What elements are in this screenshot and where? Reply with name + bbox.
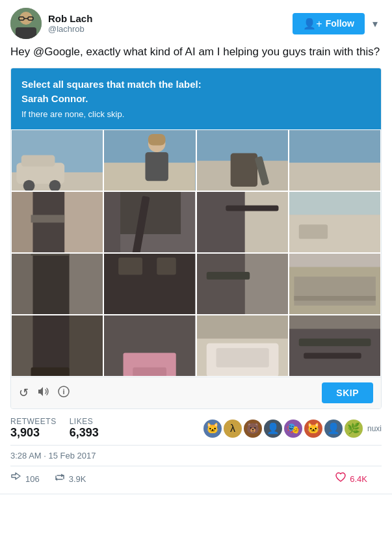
likes-stat: LIKES 6,393 [70, 417, 99, 440]
svg-rect-63 [12, 315, 33, 376]
svg-rect-60 [294, 296, 375, 300]
action-row: 106 3.9K 6.4K [10, 466, 382, 486]
footer-icons: ↺ i [19, 385, 70, 401]
svg-rect-55 [206, 272, 249, 280]
retweets-value[interactable]: 3,903 [10, 426, 57, 440]
svg-rect-9 [21, 155, 55, 167]
svg-rect-68 [133, 367, 167, 376]
grid-cell-3-0[interactable] [11, 315, 103, 377]
avatar[interactable] [10, 8, 42, 39]
svg-rect-57 [289, 254, 380, 267]
grid-cell-2-1[interactable] [103, 253, 196, 315]
username[interactable]: @lachrob [48, 24, 293, 34]
svg-rect-75 [289, 315, 380, 329]
skip-button[interactable]: SKIP [322, 382, 373, 403]
follow-button[interactable]: 👤+ Follow [293, 13, 365, 34]
tweet-card: Rob Lach @lachrob 👤+ Follow ▾ Hey @Googl… [0, 0, 392, 494]
stats-row: RETWEETS 3,903 LIKES 6,393 🐱 λ 🐻 👤 🎭 🐱 👤… [10, 417, 382, 440]
nuxi-label: nuxi [367, 424, 382, 433]
grid-cell-0-3[interactable] [289, 129, 381, 191]
svg-rect-70 [197, 315, 288, 338]
liker-avatar-7[interactable]: 👤 [324, 420, 343, 438]
info-icon[interactable]: i [57, 385, 70, 401]
grid-cell-2-2[interactable] [196, 253, 289, 315]
avatar-image [10, 8, 42, 39]
svg-rect-32 [104, 192, 120, 252]
chevron-down-icon: ▾ [372, 18, 378, 29]
svg-rect-53 [197, 254, 245, 314]
like-count: 6.4K [350, 474, 367, 484]
timestamp: 3:28 AM · 15 Feb 2017 [10, 445, 382, 460]
retweets-label: RETWEETS [10, 417, 57, 426]
captcha-card: Select all squares that match the label:… [10, 68, 382, 410]
grid-cell-0-0[interactable] [11, 129, 103, 191]
captcha-header: Select all squares that match the label:… [11, 68, 381, 130]
grid-cell-1-3[interactable] [289, 191, 381, 253]
svg-rect-45 [31, 254, 70, 314]
svg-rect-46 [12, 254, 33, 314]
captcha-bold-text: Select all squares that match the label: [21, 79, 202, 90]
svg-rect-17 [148, 134, 166, 146]
follow-label: Follow [326, 18, 354, 29]
svg-rect-38 [244, 192, 287, 252]
retweet-icon [54, 472, 66, 486]
svg-rect-62 [31, 315, 70, 376]
tweet-text: Hey @Google, exactly what kind of AI am … [10, 44, 382, 60]
liker-avatar-1[interactable]: 🐱 [203, 420, 222, 438]
likes-label: LIKES [70, 417, 99, 426]
captcha-label-name: Sarah Connor. [21, 93, 88, 104]
retweet-action[interactable]: 3.9K [54, 472, 86, 486]
svg-rect-24 [289, 130, 380, 163]
svg-rect-73 [216, 348, 268, 367]
follow-area: 👤+ Follow ▾ [293, 13, 382, 34]
grid-cell-2-0[interactable] [11, 253, 103, 315]
svg-rect-37 [197, 192, 245, 252]
svg-rect-64 [31, 367, 70, 376]
refresh-icon[interactable]: ↺ [19, 386, 29, 400]
svg-rect-77 [299, 339, 371, 347]
svg-rect-41 [289, 192, 380, 215]
reply-action[interactable]: 106 [10, 472, 40, 486]
liker-avatar-5[interactable]: 🎭 [284, 420, 302, 438]
retweet-count: 3.9K [69, 474, 86, 484]
grid-cell-3-1[interactable] [103, 315, 196, 377]
captcha-subtitle: If there are none, click skip. [21, 108, 371, 121]
chevron-button[interactable]: ▾ [369, 15, 382, 33]
grid-cell-1-0[interactable] [11, 191, 103, 253]
svg-rect-54 [244, 254, 287, 314]
display-name[interactable]: Rob Lach [48, 13, 293, 24]
liker-avatar-6[interactable]: 🐱 [304, 420, 322, 438]
liker-avatar-8[interactable]: 🌿 [345, 420, 363, 438]
svg-rect-21 [230, 153, 257, 187]
grid-cell-3-3[interactable] [289, 315, 381, 377]
grid-cell-1-2[interactable] [196, 191, 289, 253]
like-icon [335, 472, 346, 486]
captcha-instruction: Select all squares that match the label:… [21, 77, 371, 107]
svg-rect-25 [289, 163, 380, 191]
grid-cell-1-1[interactable] [103, 191, 196, 253]
svg-rect-47 [31, 254, 70, 256]
liker-avatar-4[interactable]: 👤 [264, 420, 282, 438]
svg-rect-76 [289, 329, 380, 376]
svg-rect-51 [157, 258, 176, 275]
reply-icon [10, 472, 22, 486]
grid-cell-0-2[interactable] [196, 129, 289, 191]
liker-avatar-3[interactable]: 🐻 [244, 420, 262, 438]
reply-count: 106 [25, 474, 40, 484]
grid-cell-3-2[interactable] [196, 315, 289, 377]
retweets-stat: RETWEETS 3,903 [10, 417, 57, 440]
captcha-grid [11, 129, 381, 377]
svg-rect-78 [304, 353, 361, 359]
likers-avatars: 🐱 λ 🐻 👤 🎭 🐱 👤 🌿 nuxi [203, 420, 382, 438]
svg-rect-2 [16, 27, 36, 39]
grid-cell-0-1[interactable] [103, 129, 196, 191]
liker-avatar-2[interactable]: λ [224, 420, 242, 438]
grid-cell-2-3[interactable] [289, 253, 381, 315]
tweet-header: Rob Lach @lachrob 👤+ Follow ▾ [10, 8, 382, 39]
svg-rect-29 [31, 215, 65, 223]
audio-icon[interactable] [36, 385, 49, 401]
likes-value[interactable]: 6,393 [70, 426, 99, 440]
like-action[interactable]: 6.4K [335, 472, 367, 486]
follow-plus-icon: 👤+ [303, 18, 322, 30]
svg-rect-50 [118, 258, 142, 275]
